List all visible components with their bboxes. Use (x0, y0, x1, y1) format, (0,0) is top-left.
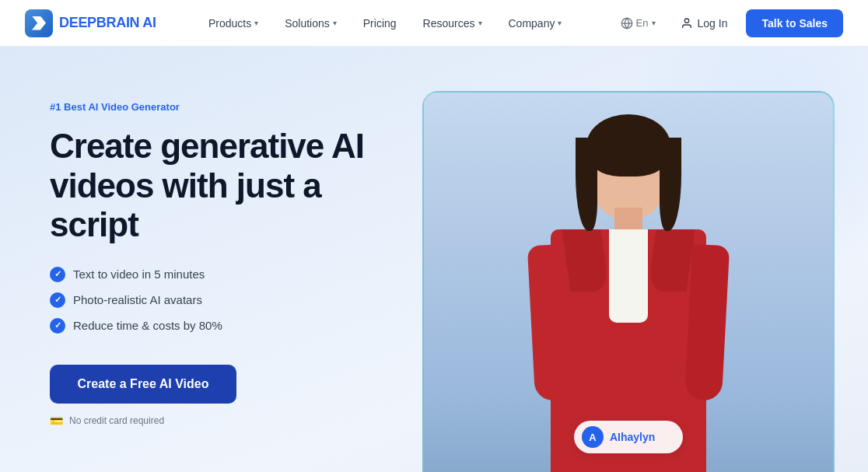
feature-item-3: ✓ Reduce time & costs by 80% (50, 318, 367, 334)
lapel-left (562, 229, 609, 292)
svg-point-2 (684, 19, 688, 23)
feature-item-2: ✓ Photo-realistic AI avatars (50, 292, 367, 308)
globe-icon (621, 17, 633, 30)
nav-right: En ▾ Log In Talk to Sales (614, 9, 843, 37)
chevron-down-icon: ▾ (652, 19, 656, 27)
user-icon (681, 17, 693, 30)
check-icon: ✓ (50, 267, 65, 282)
nav-item-company[interactable]: Company ▾ (498, 12, 573, 34)
hero-section: #1 Best AI Video Generator Create genera… (0, 47, 868, 472)
nav-item-solutions[interactable]: Solutions ▾ (274, 12, 348, 34)
nav-item-resources[interactable]: Resources ▾ (412, 12, 493, 34)
avatar-name: AIhaylyn (610, 431, 655, 443)
no-credit-card-note: 💳 No credit card required (50, 414, 367, 427)
nav-item-pricing[interactable]: Pricing (352, 12, 408, 34)
neck (614, 208, 642, 231)
check-icon: ✓ (50, 292, 65, 308)
arm-left (527, 244, 572, 401)
feature-list: ✓ Text to video in 5 minutes ✓ Photo-rea… (50, 267, 367, 334)
check-icon: ✓ (50, 318, 65, 334)
hero-badge: #1 Best AI Video Generator (50, 101, 367, 113)
chevron-down-icon: ▾ (478, 19, 482, 27)
avatar-card: A AIhaylyn (422, 91, 835, 472)
talk-to-sales-button[interactable]: Talk to Sales (746, 9, 843, 37)
nav-item-products[interactable]: Products ▾ (198, 12, 269, 34)
create-free-video-button[interactable]: Create a Free AI Video (50, 365, 236, 404)
hair (586, 114, 670, 177)
avatar-brand-icon: A (582, 426, 604, 448)
lapel-right (647, 229, 695, 292)
avatar-figure (527, 114, 730, 472)
feature-item-1: ✓ Text to video in 5 minutes (50, 267, 367, 282)
hero-title: Create generative AI videos with just a … (50, 127, 367, 245)
logo-icon (25, 9, 53, 37)
shirt (609, 229, 648, 323)
credit-card-icon: 💳 (50, 414, 63, 427)
chevron-down-icon: ▾ (558, 19, 562, 27)
chevron-down-icon: ▾ (333, 19, 337, 27)
hero-avatar-section: A AIhaylyn (404, 47, 868, 472)
login-button[interactable]: Log In (670, 12, 739, 34)
arm-right (684, 244, 730, 401)
logo[interactable]: DEEPBRAIN AI (25, 9, 156, 37)
hero-content: #1 Best AI Video Generator Create genera… (0, 47, 404, 472)
logo-text: DEEPBRAIN AI (59, 15, 156, 31)
language-selector[interactable]: En ▾ (614, 14, 662, 33)
avatar-label: A AIhaylyn (574, 421, 683, 453)
nav-links: Products ▾ Solutions ▾ Pricing Resources… (198, 12, 572, 34)
chevron-down-icon: ▾ (254, 19, 258, 27)
navbar: DEEPBRAIN AI Products ▾ Solutions ▾ Pric… (0, 0, 868, 47)
